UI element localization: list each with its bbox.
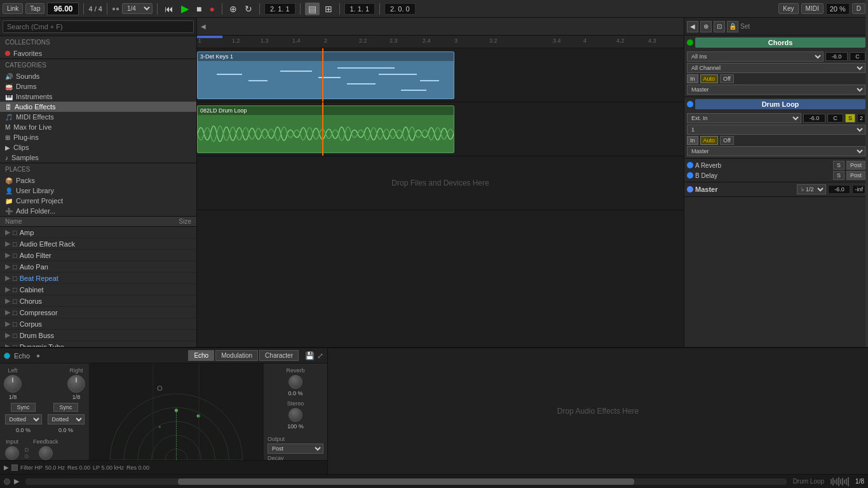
send-a-post-btn[interactable]: Post	[846, 161, 865, 170]
drum-loop-routing-select[interactable]: Master	[687, 146, 865, 156]
stop-button[interactable]: ■	[194, 3, 204, 15]
session-btn-3[interactable]: ⊡	[714, 21, 725, 32]
search-input[interactable]	[3, 20, 194, 33]
device-activator[interactable]	[4, 353, 10, 359]
session-btn-1[interactable]: ◀	[687, 21, 698, 32]
send-a-s-btn[interactable]: S	[833, 161, 844, 170]
h-scrollbar[interactable]	[25, 478, 787, 485]
chords-routing-select[interactable]: Master	[687, 85, 865, 95]
rewind-button[interactable]: ⏮	[162, 3, 176, 15]
play-button[interactable]: ▶	[179, 1, 191, 16]
session-btn-2[interactable]: ⊕	[700, 21, 712, 32]
right-sync-btn[interactable]: Sync	[53, 403, 78, 412]
drum-loop-name[interactable]: Drum Loop	[695, 99, 865, 109]
category-samples[interactable]: ♪Samples	[0, 152, 196, 163]
file-row-auto-filter[interactable]: ▶□Auto Filter	[0, 250, 196, 261]
session-view-btn[interactable]: ⊞	[322, 3, 335, 15]
file-row-auto-pan[interactable]: ▶□Auto Pan	[0, 261, 196, 273]
place-user-library[interactable]: 👤User Library	[0, 186, 196, 196]
audio-clip[interactable]: 082LD Drum Loop	[197, 105, 454, 153]
category-sounds[interactable]: 🔊Sounds	[0, 71, 196, 81]
left-sync-btn[interactable]: Sync	[11, 403, 35, 412]
tap-button[interactable]: Tap	[25, 3, 44, 14]
drum-loop-volume[interactable]: -6.0	[803, 114, 825, 123]
right-dotted-select[interactable]: DottedStraightTriplet	[48, 414, 85, 424]
send-b-activator[interactable]	[687, 172, 693, 179]
file-row-beat-repeat[interactable]: ▶□Beat Repeat	[0, 273, 196, 284]
h-scroll-thumb[interactable]	[178, 478, 635, 485]
drum-loop-in-btn[interactable]: In	[687, 136, 698, 145]
drum-loop-auto-btn[interactable]: Auto	[700, 136, 719, 145]
record-button[interactable]: ●	[207, 3, 217, 15]
key-button[interactable]: Key	[778, 3, 798, 14]
midi-button[interactable]: MIDI	[801, 3, 824, 14]
drum-loop-s-btn[interactable]: S	[845, 114, 855, 123]
chords-channel-select[interactable]: All Channel	[687, 63, 865, 73]
transport-play-status[interactable]: ▶	[14, 477, 19, 485]
drum-loop-activator[interactable]	[687, 101, 693, 107]
chords-auto-btn[interactable]: Auto	[700, 74, 719, 83]
left-delay-knob[interactable]	[4, 375, 22, 393]
bpm-display[interactable]: 96.00	[47, 3, 79, 15]
send-b-post-btn[interactable]: Post	[846, 171, 865, 180]
file-row-chorus[interactable]: ▶□Chorus	[0, 295, 196, 307]
drum-loop-input-select[interactable]: Ext. In	[687, 113, 801, 123]
chords-pitch[interactable]: C	[850, 52, 865, 61]
chords-volume[interactable]: -6.0	[825, 52, 848, 61]
drum-loop-channel-select[interactable]: 1	[687, 125, 865, 135]
link-button[interactable]: Link	[3, 3, 23, 14]
post-select[interactable]: PostPre	[268, 444, 323, 454]
filter-toggle[interactable]	[11, 464, 18, 471]
stereo-knob[interactable]	[288, 408, 302, 422]
place-packs[interactable]: 📦Packs	[0, 175, 196, 186]
file-row-amp[interactable]: ▶□Amp	[0, 227, 196, 238]
session-btn-4[interactable]: 🔒	[727, 21, 738, 32]
filter-play-btn[interactable]: ▶	[4, 464, 9, 471]
master-pitch[interactable]: -inf	[852, 185, 865, 194]
file-row-audio-effect-rack[interactable]: ▶□Audio Effect Rack	[0, 238, 196, 250]
input-knob[interactable]	[5, 446, 19, 460]
drum-loop-pitch[interactable]: C	[827, 114, 843, 123]
file-row-corpus[interactable]: ▶□Corpus	[0, 318, 196, 330]
chords-in-btn[interactable]: In	[687, 74, 698, 83]
chords-activator[interactable]	[687, 39, 693, 46]
reverb-knob[interactable]	[288, 375, 302, 389]
master-volume[interactable]: -6.0	[828, 185, 850, 194]
drum-loop-off-btn[interactable]: Off	[720, 136, 734, 145]
quantize-select[interactable]: 1/41/81/16	[122, 3, 153, 14]
tab-echo[interactable]: Echo	[188, 350, 214, 361]
tab-modulation[interactable]: Modulation	[215, 350, 258, 361]
file-row-cabinet[interactable]: ▶□Cabinet	[0, 284, 196, 295]
right-delay-knob[interactable]	[67, 375, 85, 393]
category-plugins[interactable]: ⊞Plug-ins	[0, 132, 196, 142]
category-drums[interactable]: 🥁Drums	[0, 81, 196, 92]
place-current-project[interactable]: 📁Current Project	[0, 196, 196, 206]
d-button[interactable]: D	[852, 3, 865, 14]
device-save-icon[interactable]: 💾	[305, 351, 315, 360]
position-display[interactable]: 2. 1. 1	[264, 3, 295, 15]
master-activator[interactable]	[687, 186, 693, 193]
arrangement-view-btn[interactable]: ▤	[305, 3, 320, 15]
scroll-left-icon[interactable]: ◀	[201, 23, 206, 30]
send-a-activator[interactable]	[687, 162, 693, 168]
category-instruments[interactable]: 🎹Instruments	[0, 92, 196, 102]
overdub-button[interactable]: ⊕	[227, 3, 240, 15]
left-dotted-select[interactable]: DottedStraightTriplet	[5, 414, 42, 424]
midi-clip[interactable]: 3-Det Keys 1	[197, 51, 454, 99]
file-row-compressor[interactable]: ▶□Compressor	[0, 307, 196, 318]
category-clips[interactable]: ▶Clips	[0, 142, 196, 152]
master-fraction-select[interactable]: ♭ 1/21/4	[797, 184, 826, 194]
chords-input-select[interactable]: All Ins	[687, 51, 824, 62]
device-expand-icon[interactable]: ⤢	[317, 351, 323, 360]
place-add-folder[interactable]: ➕Add Folder...	[0, 206, 196, 216]
category-midi-effects[interactable]: 🎵MIDI Effects	[0, 112, 196, 122]
feedback-knob[interactable]	[39, 446, 53, 460]
echo-visualizer[interactable]	[89, 363, 264, 460]
timeline-ruler[interactable]: 1 1.2 1.3 1.4 2 2.2 2.3 2.4 3 3.2 3.4 4 …	[197, 36, 684, 48]
file-row-drum-buss[interactable]: ▶□Drum Buss	[0, 330, 196, 341]
chords-off-btn[interactable]: Off	[720, 74, 734, 83]
tab-character[interactable]: Character	[259, 350, 299, 361]
category-audio-effects[interactable]: 🎛Audio Effects	[0, 102, 196, 112]
send-b-s-btn[interactable]: S	[833, 171, 844, 180]
chords-name[interactable]: Chords	[695, 37, 865, 48]
